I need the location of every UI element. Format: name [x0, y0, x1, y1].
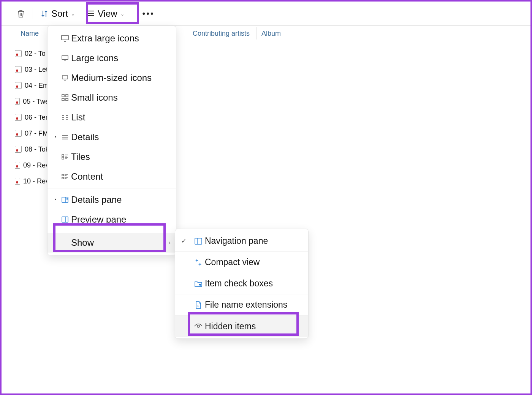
navigation-pane-icon — [192, 238, 205, 245]
media-file-icon — [15, 66, 22, 73]
list-lines-icon — [86, 10, 95, 17]
svg-text:1: 1 — [197, 305, 199, 307]
svg-rect-10 — [66, 95, 68, 97]
media-file-icon — [15, 82, 22, 89]
monitor-icon — [59, 55, 71, 61]
sort-label: Sort — [51, 8, 68, 19]
file-extension-icon: 1 — [192, 301, 205, 309]
chevron-down-icon: ⌄ — [71, 11, 75, 17]
menu-item-large-icons[interactable]: Large icons — [48, 48, 176, 68]
grid-icon — [59, 94, 71, 101]
svg-rect-5 — [62, 55, 68, 60]
details-lines-icon — [59, 134, 71, 140]
list-item[interactable]: 05 - Twe — [15, 93, 49, 109]
menu-item-show[interactable]: Show › — [48, 233, 176, 253]
toolbar: Sort ⌄ View ⌄ ••• — [2, 2, 530, 26]
media-file-icon — [15, 50, 22, 57]
menu-item-preview-pane[interactable]: Preview pane — [48, 210, 176, 229]
media-file-icon — [15, 178, 20, 185]
list-item[interactable]: 02 - To — [15, 46, 49, 62]
list-item[interactable]: 07 - FM — [15, 125, 49, 141]
delete-button[interactable] — [13, 5, 29, 22]
svg-rect-11 — [62, 98, 64, 101]
svg-rect-3 — [62, 35, 68, 40]
file-list: 02 - To 03 - Let 04 - Em 05 - Twe 06 - T… — [15, 46, 49, 189]
menu-separator — [48, 231, 176, 231]
media-file-icon — [15, 146, 22, 153]
column-album[interactable]: Album — [256, 27, 281, 40]
svg-rect-31 — [62, 177, 63, 179]
show-submenu: ✓ Navigation pane Compact view Item chec… — [175, 229, 309, 339]
trash-icon — [17, 9, 25, 18]
more-button[interactable]: ••• — [139, 5, 158, 22]
svg-rect-22 — [62, 155, 64, 156]
compact-view-icon — [192, 259, 205, 266]
tiles-icon — [59, 154, 71, 160]
list-item[interactable]: 08 - Tok — [15, 141, 49, 157]
svg-rect-38 — [62, 217, 68, 222]
svg-rect-12 — [66, 98, 68, 101]
chevron-down-icon: ⌄ — [120, 11, 124, 17]
view-button[interactable]: View ⌄ — [82, 5, 128, 22]
sort-icon — [41, 9, 48, 18]
svg-rect-25 — [62, 157, 64, 159]
media-file-icon — [15, 162, 20, 169]
menu-item-tiles[interactable]: Tiles — [48, 147, 176, 167]
list-item[interactable]: 03 - Let — [15, 62, 49, 77]
monitor-icon — [59, 35, 71, 42]
chevron-right-icon: › — [169, 239, 171, 246]
toolbar-divider — [33, 8, 33, 19]
submenu-item-hidden-items[interactable]: Hidden items — [175, 316, 308, 337]
submenu-item-file-name-extensions[interactable]: 1 File name extensions — [175, 294, 308, 316]
menu-item-extra-large-icons[interactable]: Extra large icons — [48, 28, 176, 48]
preview-pane-icon — [59, 216, 71, 223]
selected-bullet: • — [52, 134, 59, 140]
content-icon — [59, 174, 71, 179]
svg-rect-7 — [62, 76, 68, 79]
submenu-item-compact-view[interactable]: Compact view — [175, 252, 308, 273]
list-item[interactable]: 04 - Em — [15, 77, 49, 93]
list-item[interactable]: 09 - Rev — [15, 157, 49, 173]
view-menu: Extra large icons Large icons Medium-siz… — [47, 26, 176, 255]
menu-item-content[interactable]: Content — [48, 167, 176, 186]
svg-rect-28 — [62, 174, 63, 176]
svg-rect-40 — [195, 238, 202, 244]
menu-item-list[interactable]: List — [48, 107, 176, 127]
sort-button[interactable]: Sort ⌄ — [37, 5, 79, 22]
column-contributing-artists[interactable]: Contributing artists — [188, 27, 250, 40]
details-pane-icon — [59, 197, 71, 203]
eye-icon — [192, 324, 205, 329]
media-file-icon — [15, 98, 20, 105]
checkbox-folder-icon — [192, 280, 205, 287]
menu-separator — [48, 188, 176, 188]
list-item[interactable]: 10 - Rev — [15, 173, 49, 189]
check-icon: ✓ — [181, 237, 192, 245]
menu-item-details[interactable]: • Details — [48, 127, 176, 147]
list-item[interactable]: 06 - Ter — [15, 109, 49, 125]
submenu-item-item-check-boxes[interactable]: Item check boxes — [175, 273, 308, 294]
view-label: View — [98, 8, 117, 19]
menu-item-medium-icons[interactable]: Medium-sized icons — [48, 68, 176, 88]
list-icon — [59, 115, 71, 120]
selected-bullet: • — [52, 197, 59, 202]
submenu-item-navigation-pane[interactable]: ✓ Navigation pane — [175, 231, 308, 252]
media-file-icon — [15, 114, 22, 121]
media-file-icon — [15, 130, 22, 137]
svg-point-44 — [197, 325, 200, 327]
menu-item-details-pane[interactable]: • Details pane — [48, 190, 176, 210]
menu-item-small-icons[interactable]: Small icons — [48, 88, 176, 107]
ellipsis-icon: ••• — [142, 9, 155, 19]
monitor-icon — [59, 75, 71, 81]
svg-rect-9 — [62, 95, 64, 97]
